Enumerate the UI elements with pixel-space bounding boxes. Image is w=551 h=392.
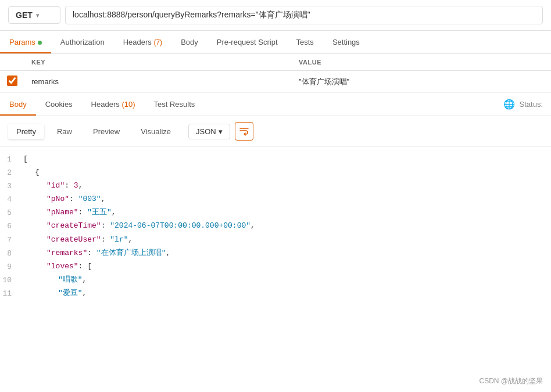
fmt-raw[interactable]: Raw (49, 124, 80, 139)
json-viewer: 1 [ 2 { 3 "id": 3, 4 "pNo": "003", 5 "pN… (0, 147, 551, 306)
tab-headers[interactable]: Headers (7) (114, 31, 171, 53)
json-line-1: 1 [ (0, 153, 551, 166)
tab-body[interactable]: Body (171, 31, 207, 53)
tab-settings[interactable]: Settings (323, 31, 369, 53)
format-bar: Pretty Raw Preview Visualize JSON ▾ (0, 116, 551, 147)
param-key-cell[interactable]: remarks (24, 71, 292, 93)
url-bar: GET ▾ (0, 0, 551, 31)
tab-prerequest[interactable]: Pre-request Script (207, 31, 287, 53)
method-label: GET (16, 10, 33, 20)
param-row: remarks "体育广场演唱" (0, 71, 551, 93)
col-value: VALUE (292, 54, 551, 71)
col-check (0, 54, 24, 71)
tab-params[interactable]: Params (0, 31, 51, 53)
params-section: KEY VALUE remarks "体育广场演唱" (0, 54, 551, 93)
method-chevron: ▾ (36, 12, 39, 19)
json-line-10: 10 "唱歌", (0, 274, 551, 287)
json-format-select[interactable]: JSON ▾ (188, 124, 230, 139)
param-checkbox[interactable] (7, 75, 17, 86)
params-dot (38, 41, 42, 45)
tab-tests[interactable]: Tests (287, 31, 323, 53)
json-line-4: 4 "pNo": "003", (0, 193, 551, 206)
url-input[interactable] (65, 6, 543, 24)
json-line-5: 5 "pName": "王五", (0, 206, 551, 220)
param-check-cell (0, 71, 24, 93)
json-line-6: 6 "createTime": "2024-06-07T00:00:00.000… (0, 220, 551, 233)
tab-authorization[interactable]: Authorization (51, 31, 114, 53)
status-label: Status: (520, 100, 543, 109)
request-tabs: Params Authorization Headers (7) Body Pr… (0, 31, 551, 54)
fmt-visualize[interactable]: Visualize (133, 124, 179, 139)
wrap-icon (239, 126, 249, 136)
method-select[interactable]: GET ▾ (8, 6, 60, 24)
globe-icon: 🌐 (503, 99, 515, 110)
rtab-body[interactable]: Body (0, 93, 36, 116)
json-line-8: 8 "remarks": "在体育广场上演唱", (0, 247, 551, 260)
rtab-headers[interactable]: Headers (10) (82, 93, 145, 116)
json-line-11: 11 "爱豆", (0, 287, 551, 300)
params-table: KEY VALUE remarks "体育广场演唱" (0, 54, 551, 93)
json-line-2: 2 { (0, 166, 551, 179)
fmt-preview[interactable]: Preview (85, 124, 128, 139)
response-right: 🌐 Status: (503, 99, 551, 110)
rtab-testresults[interactable]: Test Results (145, 93, 205, 116)
json-line-3: 3 "id": 3, (0, 179, 551, 193)
json-line-7: 7 "createUser": "lr", (0, 233, 551, 247)
wrap-button[interactable] (235, 122, 253, 141)
rtab-cookies[interactable]: Cookies (36, 93, 82, 116)
response-tabs: Body Cookies Headers (10) Test Results 🌐… (0, 93, 551, 116)
col-key: KEY (24, 54, 292, 71)
json-line-9: 9 "loves": [ (0, 260, 551, 274)
param-value-cell[interactable]: "体育广场演唱" (292, 71, 551, 93)
fmt-pretty[interactable]: Pretty (8, 124, 44, 139)
